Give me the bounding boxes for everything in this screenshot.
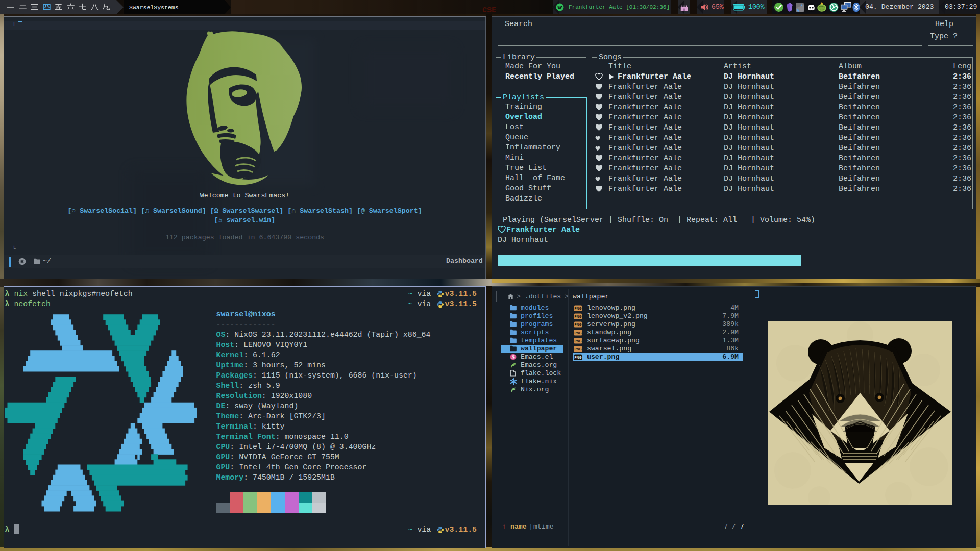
svg-text:PNG: PNG	[575, 307, 582, 310]
svg-text:PNG: PNG	[575, 356, 582, 359]
svg-text:PNG: PNG	[575, 331, 582, 335]
svg-text:PNG: PNG	[575, 323, 582, 327]
svg-text:PNG: PNG	[575, 315, 582, 318]
svg-text:PNG: PNG	[575, 339, 582, 343]
svg-text:PNG: PNG	[575, 347, 582, 351]
